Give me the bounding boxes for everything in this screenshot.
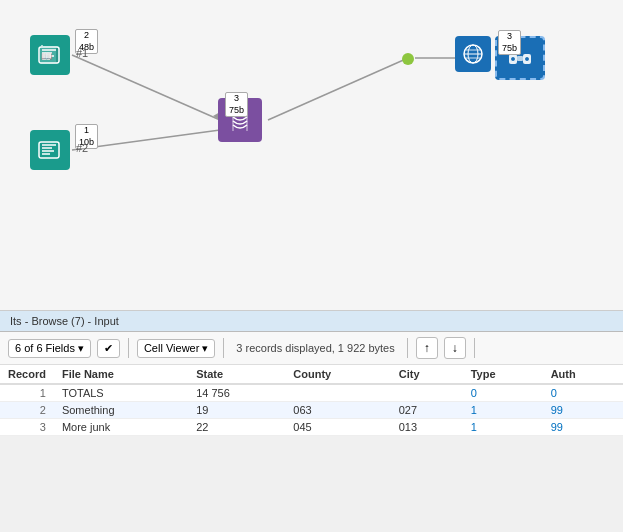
browse-badge: 3 75b <box>498 30 521 55</box>
chevron-down-icon: ▾ <box>78 342 84 355</box>
table-row[interactable]: 2Something19063027199 <box>0 402 623 419</box>
input-icon-2 <box>30 130 70 170</box>
chevron-down-icon-2: ▾ <box>202 342 208 355</box>
cell-county <box>285 384 390 402</box>
workflow-canvas: 📖 2 48b #1 1 10b #2 <box>0 0 623 310</box>
col-header-city: City <box>391 365 463 384</box>
scroll-down-button[interactable]: ↓ <box>444 337 466 359</box>
col-header-county: County <box>285 365 390 384</box>
cell-state: 19 <box>188 402 285 419</box>
cell-state: 22 <box>188 419 285 436</box>
col-header-type: Type <box>463 365 543 384</box>
cell-filename: TOTALS <box>54 384 188 402</box>
table-row[interactable]: 1TOTALS14 75600 <box>0 384 623 402</box>
cell-record: 1 <box>0 384 54 402</box>
col-header-auth: Auth <box>543 365 623 384</box>
svg-line-0 <box>72 55 220 120</box>
cell-county: 045 <box>285 419 390 436</box>
col-header-record: Record <box>0 365 54 384</box>
cell-viewer-label: Cell Viewer <box>144 342 199 354</box>
col-header-state: State <box>188 365 285 384</box>
cell-filename: More junk <box>54 419 188 436</box>
data-table: Record File Name State County City Type … <box>0 365 623 436</box>
table-row[interactable]: 3More junk22045013199 <box>0 419 623 436</box>
cell-city: 027 <box>391 402 463 419</box>
bottom-panel: Its - Browse (7) - Input 6 of 6 Fields ▾… <box>0 310 623 436</box>
toolbar-separator-2 <box>223 338 224 358</box>
scroll-up-button[interactable]: ↑ <box>416 337 438 359</box>
svg-rect-18 <box>517 56 523 61</box>
cell-viewer-dropdown[interactable]: Cell Viewer ▾ <box>137 339 215 358</box>
toolbar-separator-4 <box>474 338 475 358</box>
svg-point-20 <box>525 57 530 62</box>
cell-auth: 0 <box>543 384 623 402</box>
cell-city <box>391 384 463 402</box>
node2-label: #2 <box>76 142 88 154</box>
cell-filename: Something <box>54 402 188 419</box>
cell-auth: 99 <box>543 402 623 419</box>
input-icon-1: 📖 <box>30 35 70 75</box>
cell-type: 0 <box>463 384 543 402</box>
down-arrow-icon: ↓ <box>452 341 458 355</box>
panel-title: Its - Browse (7) - Input <box>10 315 119 327</box>
cell-county: 063 <box>285 402 390 419</box>
svg-text:📖: 📖 <box>41 50 53 62</box>
cell-auth: 99 <box>543 419 623 436</box>
data-table-container: Record File Name State County City Type … <box>0 365 623 436</box>
input-node-1[interactable]: 📖 2 48b #1 <box>30 35 70 75</box>
cell-record: 3 <box>0 419 54 436</box>
checkmark-button[interactable]: ✔ <box>97 339 120 358</box>
join-badge: 3 75b <box>225 92 248 117</box>
svg-line-2 <box>268 58 408 120</box>
records-info: 3 records displayed, 1 922 bytes <box>236 342 394 354</box>
connector-dot <box>402 53 414 65</box>
cell-record: 2 <box>0 402 54 419</box>
up-arrow-icon: ↑ <box>424 341 430 355</box>
node1-label: #1 <box>76 47 88 59</box>
col-header-filename: File Name <box>54 365 188 384</box>
cell-state: 14 756 <box>188 384 285 402</box>
input-node-2[interactable]: 1 10b #2 <box>30 130 70 170</box>
panel-title-bar: Its - Browse (7) - Input <box>0 311 623 332</box>
toolbar-separator-1 <box>128 338 129 358</box>
cell-city: 013 <box>391 419 463 436</box>
toolbar: 6 of 6 Fields ▾ ✔ Cell Viewer ▾ 3 record… <box>0 332 623 365</box>
fields-dropdown-button[interactable]: 6 of 6 Fields ▾ <box>8 339 91 358</box>
fields-label: 6 of 6 Fields <box>15 342 75 354</box>
cell-type: 1 <box>463 419 543 436</box>
svg-point-19 <box>511 57 516 62</box>
check-icon: ✔ <box>104 342 113 355</box>
toolbar-separator-3 <box>407 338 408 358</box>
table-header-row: Record File Name State County City Type … <box>0 365 623 384</box>
browse-node[interactable]: 3 75b <box>455 36 491 72</box>
cell-type: 1 <box>463 402 543 419</box>
